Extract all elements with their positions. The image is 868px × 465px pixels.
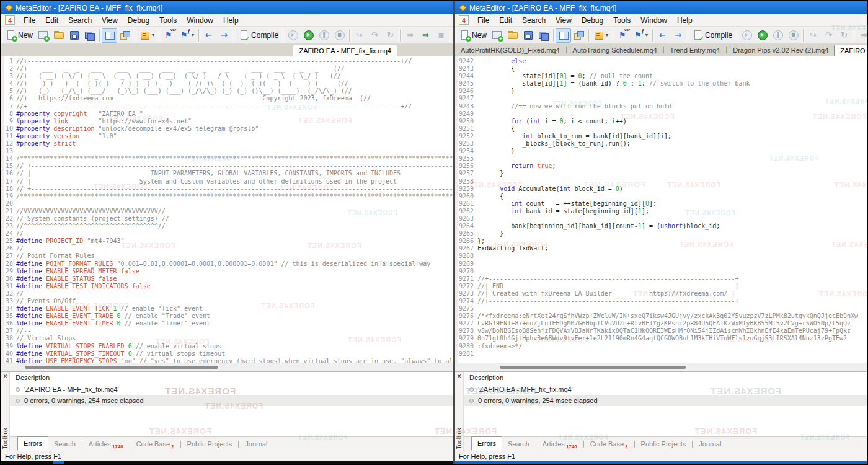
watch-variable-button[interactable]	[615, 28, 631, 43]
open-file-button[interactable]	[51, 28, 66, 43]
menu-item-window[interactable]: Window	[182, 14, 218, 27]
close-icon[interactable]: ✕	[2, 373, 9, 380]
menu-item-file[interactable]: File	[472, 14, 494, 27]
toolbox-tab-search[interactable]: Search	[502, 437, 535, 451]
styler-button[interactable]: ▾	[137, 28, 157, 43]
scrollbar-thumb[interactable]	[25, 366, 218, 369]
title-bar[interactable]: MetaEditor - [ZAFIRO EA - MFF_fix_fix.mq…	[455, 1, 867, 14]
menu-item-tools[interactable]: Tools	[154, 14, 182, 27]
cascade-windows-button[interactable]	[571, 28, 587, 43]
menu-item-view[interactable]: View	[97, 14, 123, 27]
toolbox-tab-articles[interactable]: Articles1740	[83, 437, 129, 451]
menu-item-help[interactable]: Help	[672, 14, 698, 27]
save-button[interactable]	[520, 28, 536, 43]
navigate-back-button[interactable]	[201, 28, 216, 43]
editor-tab[interactable]: Dragon Pips v2.02 Rev (2).mq4	[727, 44, 834, 56]
editor-tab[interactable]: ZAFIRO EA - MFF_fix_fix.mq4	[293, 45, 397, 56]
copy-button[interactable]	[453, 28, 454, 43]
watch-variable-button[interactable]	[161, 28, 177, 43]
toolbox-panel: ✕ToolboxDescription'ZAFIRO EA - MFF_fix_…	[1, 371, 453, 451]
menu-item-file[interactable]: File	[19, 14, 40, 27]
debug-stop-button[interactable]	[786, 28, 801, 43]
status-bar: For Help, press F1	[1, 451, 453, 461]
toolbox-tab-code-base[interactable]: Code Base2	[585, 437, 634, 451]
menu-item-search[interactable]: Search	[63, 14, 97, 27]
debug-start-button[interactable]	[755, 28, 770, 43]
code-segment: //+-------------------------------------…	[16, 103, 412, 110]
editor-tab[interactable]: ZAFIRO EA - MFF_fix_fix.mq4	[834, 45, 867, 56]
code-segment: :	[627, 80, 638, 87]
title-bar[interactable]: MetaEditor - [ZAFIRO EA - MFF_fix_fix.mq…	[1, 1, 453, 14]
debug-history-button[interactable]	[285, 28, 301, 43]
toolbox-tab-journal[interactable]: Journal	[693, 437, 727, 451]
step-into-button[interactable]	[805, 28, 821, 43]
tile-windows-button[interactable]	[556, 28, 571, 43]
tile-windows-button[interactable]	[102, 28, 117, 43]
compile-button[interactable]: Compile	[690, 28, 735, 43]
line-number: 9273	[455, 290, 477, 298]
code-line: 9242 else	[455, 58, 867, 65]
editor-tab[interactable]: AutoTrading Scheduler.mq4	[567, 44, 663, 56]
debug-pause-button[interactable]	[770, 28, 786, 43]
save-all-button[interactable]	[536, 28, 551, 43]
horizontal-scrollbar[interactable]	[1, 363, 453, 371]
close-icon[interactable]: ✕	[456, 373, 463, 380]
navigate-forward-button[interactable]	[670, 28, 686, 43]
styler-button[interactable]: ▾	[591, 28, 611, 43]
menu-item-window[interactable]: Window	[636, 14, 672, 27]
cascade-windows-button[interactable]	[117, 28, 133, 43]
toolbox-tab-public-projects[interactable]: Public Projects	[636, 437, 692, 451]
horizontal-scrollbar[interactable]	[455, 363, 867, 371]
break-button[interactable]	[433, 28, 449, 43]
code-segment: ushort	[660, 223, 683, 229]
watch-function-button[interactable]: ▾	[631, 28, 650, 43]
save-all-button[interactable]	[82, 28, 97, 43]
compile-button[interactable]: Compile	[236, 28, 281, 43]
toolbox-tab-public-projects[interactable]: Public Projects	[182, 437, 238, 451]
editor-tab[interactable]: Trend Entry.mq4	[665, 44, 726, 56]
scrollbar-thumb[interactable]	[500, 366, 686, 369]
goto-definition-button[interactable]	[402, 28, 418, 43]
step-into-button[interactable]	[352, 28, 367, 43]
new-project-button[interactable]	[489, 28, 505, 43]
step-out-button[interactable]	[383, 28, 398, 43]
new-file-button[interactable]: New	[457, 28, 489, 43]
toolbox-tab-articles[interactable]: Articles1740	[537, 437, 583, 451]
debug-stop-button[interactable]	[332, 28, 347, 43]
navigate-back-button[interactable]	[655, 28, 670, 43]
new-project-button[interactable]	[35, 28, 51, 43]
new-file-button[interactable]: New	[3, 28, 35, 43]
window-title: MetaEditor - [ZAFIRO EA - MFF_fix_fix.mq…	[16, 4, 162, 12]
step-over-button[interactable]	[821, 28, 836, 43]
save-button[interactable]	[66, 28, 82, 43]
menu-item-tools[interactable]: Tools	[608, 14, 636, 27]
toolbox-tab-journal[interactable]: Journal	[239, 437, 273, 451]
menu-item-debug[interactable]: Debug	[577, 14, 608, 27]
menu-item-edit[interactable]: Edit	[494, 14, 517, 27]
navigate-forward-button[interactable]	[216, 28, 232, 43]
debug-start-button[interactable]	[301, 28, 316, 43]
watch-function-button[interactable]: ▾	[177, 28, 197, 43]
step-out-button[interactable]	[836, 28, 852, 43]
debug-history-button[interactable]	[739, 28, 755, 43]
editor-tab[interactable]: AutoProfitHK(GOLD)_Fixed.mq4	[455, 44, 565, 56]
toolbox-tab-code-base[interactable]: Code Base2	[131, 437, 180, 451]
open-file-button[interactable]	[505, 28, 520, 43]
toolbox-tab-errors[interactable]: Errors	[471, 436, 502, 451]
step-over-button[interactable]	[367, 28, 383, 43]
cir-pause-icon	[773, 30, 783, 40]
toolbox-tab-errors[interactable]: Errors	[17, 436, 48, 451]
cir-play-icon	[303, 30, 314, 40]
debug-pause-button[interactable]	[316, 28, 332, 43]
toolbox-tab-search[interactable]: Search	[48, 437, 81, 451]
code-editor[interactable]: 9242 else9243 {9244 state[id][0] = 0; //…	[455, 56, 867, 363]
run-to-cursor-button[interactable]	[418, 28, 433, 43]
menu-item-debug[interactable]: Debug	[123, 14, 154, 27]
menu-item-help[interactable]: Help	[218, 14, 244, 27]
menu-item-search[interactable]: Search	[517, 14, 551, 27]
goto-definition-button[interactable]	[856, 28, 867, 43]
menu-item-view[interactable]: View	[551, 14, 577, 27]
code-segment: ENABLE_TEST_INDICATORS	[46, 283, 128, 290]
code-editor[interactable]: 1//+------------------------------------…	[1, 56, 453, 363]
menu-item-edit[interactable]: Edit	[40, 14, 63, 27]
